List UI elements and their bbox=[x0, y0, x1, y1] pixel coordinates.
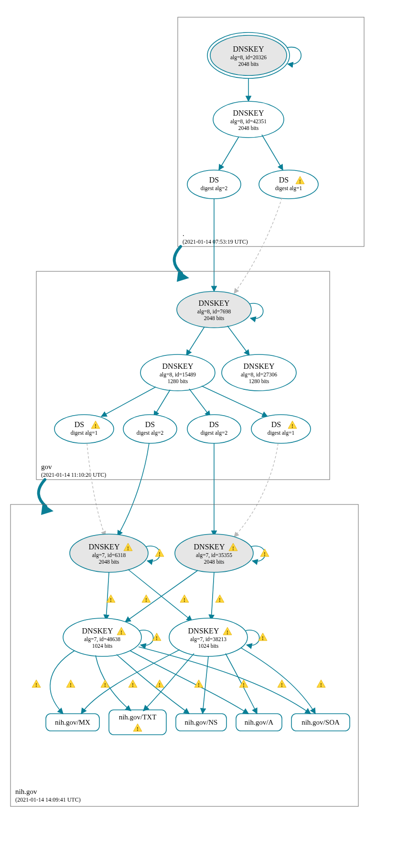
root-zsk-info2: 2048 bits bbox=[238, 125, 259, 131]
rrset-txt-label: nih.gov/TXT bbox=[119, 713, 157, 721]
edge-kskB-zskA bbox=[125, 570, 198, 622]
gov-ds4-title: DS bbox=[271, 420, 281, 429]
gov-zsk1-info2: 1280 bits bbox=[168, 378, 188, 384]
gov-ds2-digest: digest alg=2 bbox=[137, 430, 164, 436]
gov-ksk-info1: alg=8, id=7698 bbox=[197, 309, 231, 315]
edge-root-ksk-self bbox=[287, 47, 301, 64]
nih-kskA-info2: 2048 bits bbox=[99, 559, 119, 565]
nih-zskB-info2: 1024 bits bbox=[198, 643, 219, 649]
zone-gov: gov (2021-01-14 11:10:20 UTC) DNSKEY alg… bbox=[36, 271, 330, 480]
zone-link-root-gov bbox=[174, 246, 182, 273]
gov-ksk-title: DNSKEY bbox=[199, 299, 230, 307]
edge-zskA-soa bbox=[139, 647, 311, 714]
zone-nih: nih.gov (2021-01-14 14:09:41 UTC) DNSKEY… bbox=[11, 504, 358, 806]
nih-zskA-title: DNSKEY bbox=[82, 627, 113, 635]
rrset-mx-label: nih.gov/MX bbox=[55, 718, 90, 726]
nih-zskB-title: DNSKEY bbox=[188, 627, 219, 635]
root-zsk-title: DNSKEY bbox=[233, 109, 264, 117]
gov-ksk[interactable]: DNSKEY alg=8, id=7698 2048 bits bbox=[177, 291, 251, 328]
nih-zskB[interactable]: DNSKEY alg=7, id=38213 1024 bits bbox=[169, 618, 248, 656]
root-ds1-digest: digest alg=1 bbox=[275, 185, 302, 192]
gov-ds4-digest: digest alg=1 bbox=[268, 430, 295, 436]
warning-icon bbox=[66, 680, 75, 688]
nih-kskA[interactable]: DNSKEY alg=7, id=6318 2048 bits bbox=[70, 534, 148, 572]
root-ksk[interactable]: DNSKEY alg=8, id=20326 2048 bits bbox=[207, 32, 290, 78]
warning-icon bbox=[215, 595, 224, 603]
rrset-ns-label: nih.gov/NS bbox=[185, 718, 218, 726]
gov-ds1-title: DS bbox=[75, 420, 84, 429]
root-ds1[interactable]: DS digest alg=1 bbox=[259, 170, 318, 199]
edge-root-zsk-ds1 bbox=[262, 135, 283, 170]
gov-zsk2[interactable]: DNSKEY alg=8, id=27306 1280 bits bbox=[222, 354, 296, 391]
root-ds2[interactable]: DS digest alg=2 bbox=[187, 170, 241, 199]
edge-gov-zsk1-dsC bbox=[189, 389, 210, 417]
edge-gov-zsk1-dsB bbox=[154, 390, 170, 417]
edge-gov-ksk-zsk1 bbox=[186, 327, 204, 355]
warning-icon bbox=[32, 680, 41, 688]
root-ksk-title: DNSKEY bbox=[233, 45, 264, 53]
warning-icon bbox=[129, 680, 137, 688]
svg-point-14 bbox=[251, 415, 311, 443]
nih-zskB-info1: alg=7, id=38213 bbox=[190, 636, 226, 643]
warning-icon bbox=[155, 549, 164, 557]
rrset-a-label: nih.gov/A bbox=[245, 718, 274, 726]
nih-kskB-info2: 2048 bits bbox=[204, 559, 225, 565]
dnssec-graph: ! . (2021-01-14 07:53:19 UTC) DNSKEY alg… bbox=[0, 0, 409, 868]
gov-ds3-digest: digest alg=2 bbox=[201, 430, 228, 436]
rrset-soa-label: nih.gov/SOA bbox=[301, 718, 340, 726]
zone-link-gov-nih bbox=[39, 480, 46, 506]
zone-root-name: . bbox=[183, 230, 184, 237]
edge-zskA-a bbox=[130, 651, 248, 714]
zone-gov-name: gov bbox=[41, 463, 52, 471]
svg-point-12 bbox=[123, 415, 177, 443]
gov-zsk1-title: DNSKEY bbox=[162, 362, 194, 370]
svg-point-13 bbox=[187, 415, 241, 443]
gov-ds2-title: DS bbox=[145, 420, 155, 429]
edge-kskB-zskB bbox=[211, 572, 214, 620]
zone-root: . (2021-01-14 07:53:19 UTC) DNSKEY alg=8… bbox=[178, 17, 364, 246]
gov-ds2[interactable]: DS digest alg=2 bbox=[123, 415, 177, 443]
gov-zsk2-title: DNSKEY bbox=[244, 362, 275, 370]
nih-kskB-title: DNSKEY bbox=[194, 543, 225, 551]
root-ds2-title: DS bbox=[209, 176, 219, 184]
warning-icon bbox=[152, 633, 161, 642]
edge-gov-ksk-zsk2 bbox=[227, 326, 249, 355]
edge-zskA-txt bbox=[96, 655, 131, 711]
root-ksk-info1: alg=8, id=20326 bbox=[230, 54, 267, 61]
root-ds2-digest: digest alg=2 bbox=[201, 185, 228, 192]
warning-icon bbox=[101, 680, 109, 688]
gov-ds1-digest: digest alg=1 bbox=[71, 430, 98, 436]
warning-icon bbox=[317, 680, 325, 688]
gov-zsk2-info2: 1280 bits bbox=[249, 378, 269, 384]
rrset-soa[interactable]: nih.gov/SOA bbox=[291, 714, 350, 731]
svg-point-6 bbox=[259, 170, 318, 199]
gov-ds3-title: DS bbox=[209, 420, 219, 429]
nih-kskA-title: DNSKEY bbox=[89, 543, 120, 551]
nih-zskA-info1: alg=7, id=48638 bbox=[84, 636, 120, 643]
gov-zsk2-info1: alg=8, id=27306 bbox=[241, 372, 277, 378]
rrset-mx[interactable]: nih.gov/MX bbox=[46, 714, 99, 731]
nih-kskB[interactable]: DNSKEY alg=7, id=35355 2048 bits bbox=[175, 534, 253, 572]
svg-point-11 bbox=[54, 415, 114, 443]
root-zsk[interactable]: DNSKEY alg=8, id=42351 2048 bits bbox=[213, 101, 284, 138]
nih-zskA-info2: 1024 bits bbox=[92, 643, 113, 649]
gov-ksk-info2: 2048 bits bbox=[204, 315, 225, 321]
warning-icon bbox=[180, 595, 189, 603]
edge-gov-ds4-nih-kskB bbox=[234, 443, 278, 537]
rrset-a[interactable]: nih.gov/A bbox=[236, 714, 282, 731]
edge-zskB-mx bbox=[81, 650, 180, 714]
edge-gov-zsk1-dsA bbox=[101, 387, 156, 417]
gov-zsk1[interactable]: DNSKEY alg=8, id=15489 1280 bits bbox=[140, 354, 215, 391]
zone-nih-name: nih.gov bbox=[15, 788, 37, 795]
gov-ds3[interactable]: DS digest alg=2 bbox=[187, 415, 241, 443]
warning-icon bbox=[260, 549, 269, 557]
rrset-txt[interactable]: nih.gov/TXT bbox=[109, 710, 166, 735]
edge-root-ds1-gov-ksk bbox=[234, 198, 282, 293]
nih-zskA[interactable]: DNSKEY alg=7, id=48638 1024 bits bbox=[63, 618, 141, 656]
gov-ds1[interactable]: DS digest alg=1 bbox=[54, 415, 114, 443]
edge-kskA-zskA bbox=[106, 572, 109, 620]
root-zsk-info1: alg=8, id=42351 bbox=[230, 118, 267, 125]
rrset-ns[interactable]: nih.gov/NS bbox=[176, 714, 226, 731]
gov-ds4[interactable]: DS digest alg=1 bbox=[251, 415, 311, 443]
edge-gov-ds1-nih-kskA bbox=[87, 443, 105, 536]
